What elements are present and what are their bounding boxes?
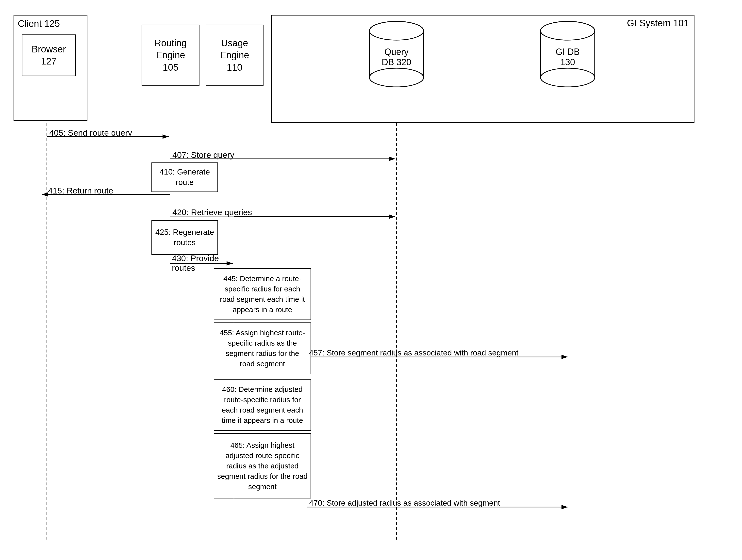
action-465-label: 465: Assign highestadjusted route-specif… bbox=[217, 440, 308, 492]
action-455: 455: Assign highest route-specific radiu… bbox=[214, 323, 311, 374]
client-label: Client 125 bbox=[18, 18, 60, 29]
routing-engine-label: RoutingEngine105 bbox=[154, 37, 187, 73]
action-455-label: 455: Assign highest route-specific radiu… bbox=[220, 328, 305, 369]
gi-system-label: GI System 101 bbox=[627, 18, 689, 29]
gi-db-cylinder: GI DB130 bbox=[538, 20, 597, 89]
arrow-457-label: 457: Store segment radius as associated … bbox=[309, 348, 518, 357]
arrow-407-label: 407: Store query bbox=[172, 150, 234, 160]
sequence-diagram: GI System 101 Client 125 Browser127 Rout… bbox=[0, 0, 742, 560]
usage-engine-box: UsageEngine110 bbox=[206, 24, 264, 86]
browser-box: Browser127 bbox=[22, 35, 76, 76]
routing-engine-box: RoutingEngine105 bbox=[142, 24, 200, 86]
action-445-label: 445: Determine a route-specific radius f… bbox=[220, 274, 305, 315]
action-410: 410: Generateroute bbox=[152, 162, 218, 192]
action-460: 460: Determine adjustedroute-specific ra… bbox=[214, 379, 311, 431]
svg-point-19 bbox=[369, 68, 424, 87]
query-db-label: QueryDB 320 bbox=[382, 47, 411, 67]
arrow-420-label: 420: Retrieve queries bbox=[172, 208, 252, 217]
gi-system-box: GI System 101 bbox=[271, 15, 694, 123]
svg-point-20 bbox=[369, 21, 424, 40]
action-465: 465: Assign highestadjusted route-specif… bbox=[214, 433, 311, 498]
gi-db-label: GI DB130 bbox=[555, 47, 580, 67]
arrow-415-label: 415: Return route bbox=[48, 186, 113, 195]
usage-engine-label: UsageEngine110 bbox=[220, 37, 249, 73]
action-425: 425: Regenerateroutes bbox=[152, 220, 218, 255]
action-460-label: 460: Determine adjustedroute-specific ra… bbox=[222, 384, 303, 426]
query-db-cylinder: QueryDB 320 bbox=[367, 20, 426, 89]
svg-point-25 bbox=[540, 68, 595, 87]
arrow-470-label: 470: Store adjusted radius as associated… bbox=[309, 498, 500, 508]
action-445: 445: Determine a route-specific radius f… bbox=[214, 268, 311, 320]
action-410-label: 410: Generateroute bbox=[160, 167, 210, 187]
browser-label: Browser127 bbox=[32, 43, 66, 68]
action-425-label: 425: Regenerateroutes bbox=[155, 227, 214, 247]
svg-point-26 bbox=[540, 21, 595, 40]
arrow-405-label: 405: Send route query bbox=[49, 128, 132, 137]
